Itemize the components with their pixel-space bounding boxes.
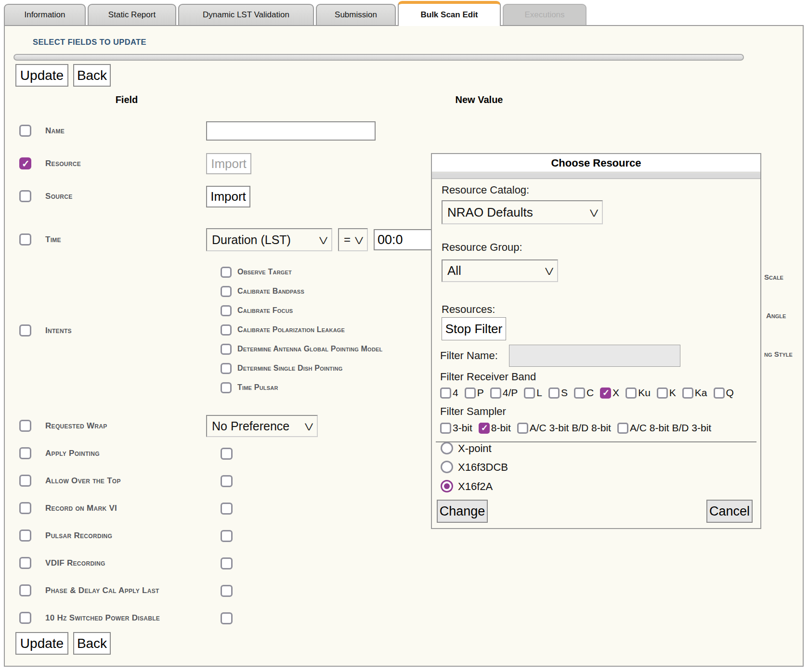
chevron-down-icon: ⋁: [305, 422, 313, 431]
band-checkbox-x[interactable]: [600, 388, 611, 399]
band-checkbox-l[interactable]: [524, 388, 535, 399]
sampler-checkbox-ac8-bd3[interactable]: [617, 423, 628, 434]
name-input[interactable]: [206, 121, 376, 141]
tab-label: Static Report: [108, 10, 156, 20]
field-checkbox-10hz-switched-power[interactable]: [19, 612, 31, 624]
field-checkbox-record-on-mark-vi[interactable]: [19, 502, 31, 514]
field-checkbox-vdif-recording[interactable]: [19, 557, 31, 569]
time-comparator-select[interactable]: = ⋁: [338, 228, 368, 251]
field-label-time: Time: [45, 235, 61, 245]
intent-checkbox-determine-single-dish-pointing[interactable]: [221, 363, 232, 374]
update-button-bottom[interactable]: Update: [15, 632, 68, 655]
resource-option-label: X16f3DCB: [458, 461, 508, 474]
field-label-intents: Intents: [45, 326, 72, 336]
new-value-checkbox-10hz-switched-power[interactable]: [221, 612, 233, 624]
sampler-option-label: A/C 8-bit B/D 3-bit: [630, 422, 711, 434]
band-label: P: [477, 387, 484, 399]
sampler-checkbox-3bit[interactable]: [440, 423, 451, 434]
intent-checkbox-calibrate-polarization-leakage[interactable]: [221, 324, 232, 336]
band-checkbox-ka[interactable]: [682, 388, 693, 399]
field-label-allow-over-the-top: Allow Over the Top: [45, 476, 121, 486]
band-checkbox-p[interactable]: [465, 388, 476, 399]
resources-label: Resources:: [442, 303, 495, 316]
field-label-name: Name: [45, 126, 65, 136]
field-label-10hz-switched-power: 10 Hz Switched Power Disable: [45, 613, 160, 623]
tab-static-report[interactable]: Static Report: [88, 4, 176, 25]
tab-label: Executions: [524, 10, 564, 20]
cancel-button[interactable]: Cancel: [706, 500, 753, 523]
sampler-label: Filter Sampler: [440, 405, 506, 418]
field-checkbox-phase-delay-cal[interactable]: [19, 584, 31, 596]
intent-label: Determine Single Dish Pointing: [237, 364, 342, 373]
new-value-checkbox-phase-delay-cal[interactable]: [221, 585, 233, 597]
source-import-button[interactable]: Import: [206, 186, 250, 207]
band-checkbox-c[interactable]: [574, 388, 585, 399]
band-label: X: [613, 387, 619, 399]
time-mode-select[interactable]: Duration (LST) ⋁: [206, 228, 332, 251]
stop-filter-button[interactable]: Stop Filter: [442, 317, 506, 340]
band-label: 4: [453, 387, 458, 399]
band-checkbox-ku[interactable]: [626, 388, 637, 399]
resource-radio-x-point[interactable]: [441, 442, 453, 454]
band-checkbox-4[interactable]: [440, 388, 451, 399]
resource-catalog-select[interactable]: NRAO Defaults ⋁: [442, 200, 603, 224]
receiver-band-label: Filter Receiver Band: [440, 371, 536, 383]
tab-bulk-scan-edit[interactable]: Bulk Scan Edit: [398, 1, 501, 26]
new-value-checkbox-vdif-recording[interactable]: [221, 557, 233, 569]
intent-label: Calibrate Polarization Leakage: [237, 325, 345, 334]
resource-group-select[interactable]: All ⋁: [442, 259, 558, 282]
back-button-top[interactable]: Back: [73, 64, 111, 87]
intent-checkbox-calibrate-focus[interactable]: [221, 305, 232, 316]
field-label-record-on-mark-vi: Record on Mark VI: [45, 504, 117, 513]
sampler-checkbox-8bit[interactable]: [479, 423, 490, 434]
band-label: Ka: [695, 387, 707, 399]
field-label-source: Source: [45, 192, 72, 201]
sampler-option-label: 8-bit: [491, 422, 511, 434]
field-label-vdif-recording: VDIF Recording: [45, 558, 105, 568]
field-checkbox-allow-over-the-top[interactable]: [19, 475, 31, 487]
band-checkbox-s[interactable]: [548, 388, 560, 399]
field-checkbox-name[interactable]: [19, 125, 31, 137]
chevron-down-icon: ⋁: [319, 235, 327, 245]
band-label: Ku: [638, 387, 651, 399]
band-label: K: [669, 387, 676, 399]
sampler-checkbox-ac3-bd8[interactable]: [517, 423, 528, 434]
band-checkbox-q[interactable]: [714, 388, 725, 399]
update-button-top[interactable]: Update: [15, 64, 68, 87]
chevron-down-icon: ⋁: [545, 266, 553, 275]
filter-name-input[interactable]: [509, 345, 680, 367]
band-label: S: [561, 387, 568, 399]
field-checkbox-resource[interactable]: [19, 157, 31, 169]
requested-wrap-select[interactable]: No Preference ⋁: [206, 415, 318, 437]
band-checkbox-k[interactable]: [657, 388, 668, 399]
requested-wrap-value: No Preference: [212, 419, 289, 433]
tab-information[interactable]: Information: [4, 4, 86, 25]
field-checkbox-intents[interactable]: [19, 324, 31, 336]
new-value-checkbox-record-on-mark-vi[interactable]: [221, 503, 233, 515]
horizontal-scrollbar[interactable]: [13, 54, 744, 61]
field-checkbox-source[interactable]: [19, 190, 31, 202]
new-value-checkbox-allow-over-the-top[interactable]: [221, 475, 233, 487]
back-button-bottom[interactable]: Back: [73, 632, 111, 655]
time-comparator-value: =: [344, 233, 351, 246]
intent-checkbox-time-pulsar[interactable]: [221, 382, 232, 393]
new-value-checkbox-apply-pointing[interactable]: [221, 448, 233, 460]
intent-checkbox-calibrate-bandpass[interactable]: [221, 286, 232, 297]
field-checkbox-requested-wrap[interactable]: [19, 420, 31, 432]
field-checkbox-pulsar-recording[interactable]: [19, 530, 31, 542]
field-checkbox-apply-pointing[interactable]: [19, 447, 31, 459]
sampler-option-label: A/C 3-bit B/D 8-bit: [530, 422, 611, 434]
field-label-pulsar-recording: Pulsar Recording: [45, 531, 112, 541]
band-checkbox-4p[interactable]: [490, 388, 501, 399]
tab-dynamic-lst-validation[interactable]: Dynamic LST Validation: [178, 4, 314, 25]
new-value-checkbox-pulsar-recording[interactable]: [221, 530, 233, 542]
intent-checkbox-observe-target[interactable]: [221, 267, 232, 278]
resource-radio-x16f3dcb[interactable]: [441, 461, 453, 473]
intent-checkbox-determine-antenna-global-pointing[interactable]: [221, 344, 232, 355]
change-button[interactable]: Change: [437, 500, 488, 523]
choose-resource-dialog: Choose Resource Resource Catalog: NRAO D…: [431, 153, 761, 529]
dialog-title-divider: [432, 173, 760, 179]
resource-radio-x16f2a[interactable]: [441, 480, 453, 492]
tab-submission[interactable]: Submission: [316, 4, 396, 25]
field-checkbox-time[interactable]: [19, 233, 31, 246]
